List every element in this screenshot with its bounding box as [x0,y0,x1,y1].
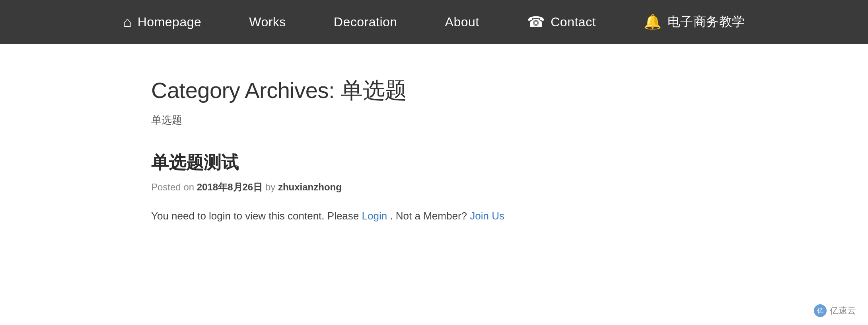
post-date: 2018年8月26日 [197,182,263,192]
nav-item-ecommerce[interactable]: 🔔 电子商务教学 [620,13,769,31]
logo-text: 亿速云 [830,305,856,317]
category-subtitle: 单选题 [151,113,868,127]
nav-label-contact: Contact [551,15,596,29]
by-label: by [265,182,275,192]
login-link[interactable]: Login [362,210,387,222]
post-item: 单选题测试 Posted on 2018年8月26日 by zhuxianzho… [151,151,868,225]
nav-item-works[interactable]: Works [225,15,310,29]
nav-item-about[interactable]: About [421,15,503,29]
post-content: You need to login to view this content. … [151,208,868,225]
nav-label-about: About [445,15,479,29]
post-title[interactable]: 单选题测试 [151,151,868,174]
nav-item-decoration[interactable]: Decoration [310,15,421,29]
post-meta: Posted on 2018年8月26日 by zhuxianzhong [151,181,868,194]
main-nav: ⌂ Homepage Works Decoration About ☎ Cont… [0,0,868,44]
post-author: zhuxianzhong [278,182,342,192]
category-title: Category Archives: 单选题 [151,76,868,106]
posted-on-label: Posted on [151,182,194,192]
bell-icon: 🔔 [644,14,662,30]
nav-label-homepage: Homepage [138,15,202,29]
content-prefix: You need to login to view this content. … [151,210,359,222]
home-icon: ⌂ [123,14,132,30]
main-content: Category Archives: 单选题 单选题 单选题测试 Posted … [0,44,868,283]
nav-label-decoration: Decoration [334,15,397,29]
bottom-logo: 亿 亿速云 [814,304,856,317]
phone-icon: ☎ [527,14,545,30]
logo-icon: 亿 [814,304,827,317]
nav-item-contact[interactable]: ☎ Contact [503,14,620,30]
nav-label-works: Works [249,15,286,29]
join-us-link[interactable]: Join Us [470,210,504,222]
nav-item-homepage[interactable]: ⌂ Homepage [99,14,225,30]
nav-label-ecommerce: 电子商务教学 [668,13,745,31]
content-middle: . Not a Member? [390,210,467,222]
